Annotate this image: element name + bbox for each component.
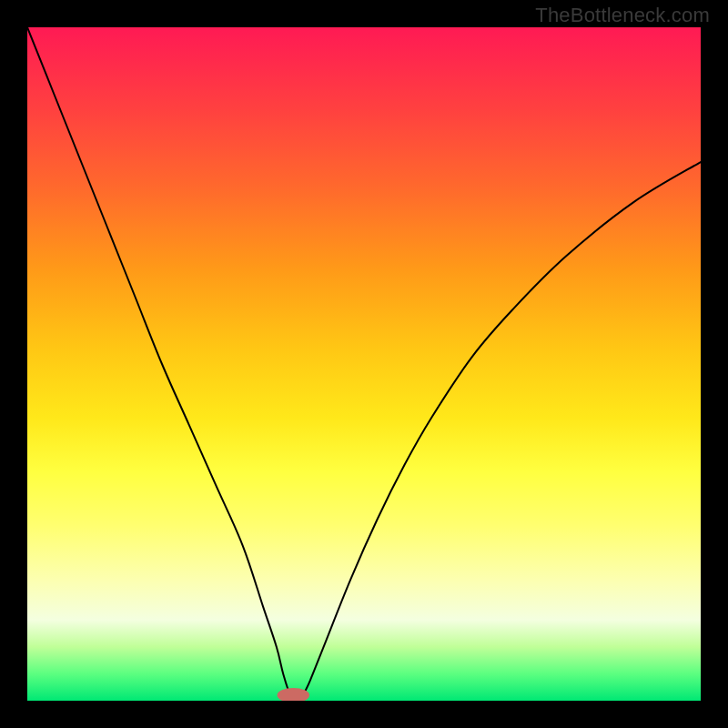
minimum-marker (278, 688, 310, 701)
chart-frame: TheBottleneck.com (0, 0, 728, 728)
curve-svg (27, 27, 701, 701)
bottleneck-curve (27, 27, 701, 701)
plot-area (27, 27, 701, 701)
watermark-text: TheBottleneck.com (535, 4, 710, 27)
